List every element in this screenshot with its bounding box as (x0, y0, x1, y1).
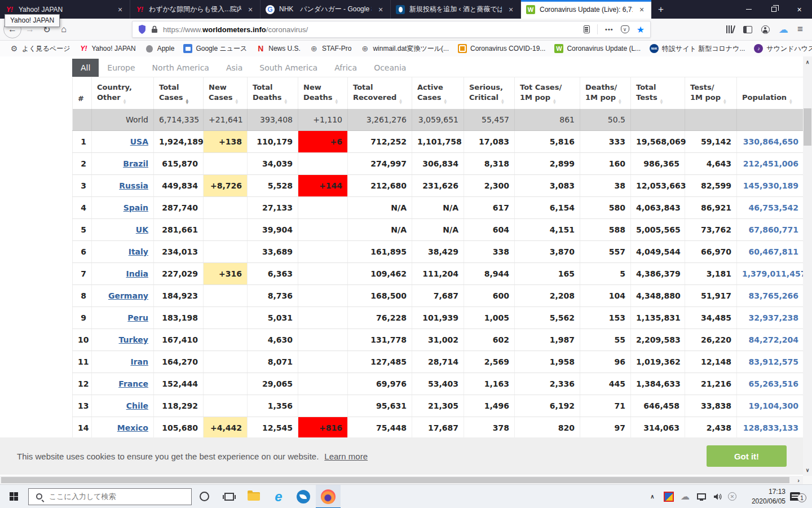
tab-close-icon[interactable]: × (116, 5, 125, 14)
bookmark-item[interactable]: Coronavirus COVID-19... (454, 43, 549, 54)
bookmark-item[interactable]: WCoronavirus Update (L... (550, 43, 645, 54)
sort-icon[interactable]: ▲▼ (399, 98, 402, 104)
minimize-button[interactable] (736, 0, 761, 19)
page-actions-icon[interactable]: ••• (605, 26, 614, 33)
column-header-serious_critical[interactable]: Serious,Critical▲▼ (464, 77, 515, 109)
country-link[interactable]: Mexico (117, 423, 148, 432)
scroll-right-icon[interactable]: › (794, 476, 803, 484)
tray-expand-icon[interactable]: ∧ (646, 490, 659, 503)
scroll-up-icon[interactable]: ∧ (803, 58, 812, 67)
file-explorer-button[interactable] (241, 485, 266, 508)
region-tab-africa[interactable]: Africa (326, 59, 365, 77)
region-tab-asia[interactable]: Asia (218, 59, 251, 77)
region-tab-europe[interactable]: Europe (99, 59, 143, 77)
country-link[interactable]: France (118, 379, 148, 388)
column-header-total_recovered[interactable]: TotalRecovered▲▼ (348, 77, 412, 109)
bookmark-item[interactable]: NNews U.S. (252, 43, 304, 54)
browser-tab[interactable]: GNHK パンダハガー - Google 検索× (261, 0, 391, 19)
column-header-deaths_per_1m[interactable]: Deaths/1M pop▲▼ (580, 77, 631, 109)
new-tab-button[interactable]: + (651, 0, 670, 19)
country-link[interactable]: Germany (108, 291, 148, 300)
column-header-total_tests[interactable]: TotalTests▲▼ (631, 77, 685, 109)
country-link[interactable]: Iran (130, 357, 148, 366)
sort-icon[interactable]: ▲▼ (123, 98, 126, 104)
bookmark-item[interactable]: ♪サウンドハウス - PA音響... (750, 43, 812, 55)
restore-button[interactable] (761, 0, 787, 19)
sort-icon[interactable]: ▲▼ (236, 98, 239, 104)
thunderbird-button[interactable] (291, 485, 316, 508)
region-tab-oceania[interactable]: Oceania (365, 59, 414, 77)
sort-icon[interactable]: ▲▼ (553, 98, 556, 104)
cloud-sync-icon[interactable]: ☁ (779, 24, 788, 36)
sort-icon[interactable]: ▲▼ (501, 98, 504, 104)
horizontal-scrollbar[interactable]: › (0, 476, 803, 484)
country-link[interactable]: Peru (127, 313, 148, 322)
vertical-scrollbar[interactable]: ∧ ∨ (803, 56, 812, 476)
country-link[interactable]: UK (136, 225, 148, 234)
region-tab-all[interactable]: All (72, 59, 99, 77)
column-header-total_deaths[interactable]: TotalDeaths▲▼ (248, 77, 298, 109)
country-link[interactable]: India (126, 269, 148, 278)
firefox-button[interactable] (316, 485, 341, 508)
column-header-new_cases[interactable]: NewCases▲▼ (204, 77, 248, 109)
taskbar-search-box[interactable] (28, 488, 192, 505)
browser-tab[interactable]: WCoronavirus Update (Live): 6,71× (521, 0, 651, 19)
notification-center-button[interactable]: 1 (789, 490, 809, 503)
tab-close-icon[interactable]: × (506, 5, 515, 14)
status-circle-icon[interactable]: ✕ (728, 492, 736, 501)
task-view-button[interactable] (217, 485, 241, 508)
bookmark-item[interactable]: ⚙よく見るページ (6, 43, 74, 55)
bookmark-item[interactable]: ⊕winmail.dat変換ツール(... (356, 43, 453, 55)
country-link[interactable]: Russia (119, 181, 148, 190)
bookmark-item[interactable]: ⊕STAF-Pro (306, 43, 355, 54)
sort-icon[interactable]: ▲▼ (723, 98, 726, 104)
sort-icon[interactable]: ▲▼ (336, 98, 338, 104)
pocket-icon[interactable]: ∨ (621, 25, 629, 33)
country-link[interactable]: Brazil (123, 159, 148, 168)
country-link[interactable]: Spain (123, 203, 148, 212)
column-header-population[interactable]: Population▲▼ (737, 77, 804, 109)
account-icon[interactable] (761, 25, 770, 34)
region-tab-north-america[interactable]: North America (144, 59, 218, 77)
menu-icon[interactable]: ≡ (797, 24, 803, 35)
column-header-cases_per_1m[interactable]: Tot Cases/1M pop▲▼ (515, 77, 580, 109)
internet-explorer-button[interactable]: e (266, 485, 291, 508)
got-it-button[interactable]: Got it! (707, 445, 787, 467)
bookmark-item[interactable]: NHK特設サイト 新型コロナウ... (646, 43, 749, 55)
start-button[interactable] (0, 485, 27, 508)
bookmark-item[interactable]: Y!Yahoo! JAPAN (75, 43, 139, 54)
country-link[interactable]: Chile (126, 401, 148, 410)
horizontal-scrollbar-thumb[interactable] (1, 477, 789, 483)
column-header-new_deaths[interactable]: NewDeaths▲▼ (298, 77, 348, 109)
bookmark-star-icon[interactable]: ★ (637, 24, 645, 35)
scroll-down-icon[interactable]: ∨ (803, 466, 812, 475)
bookmark-item[interactable]: Google ニュース (179, 43, 251, 55)
cortana-button[interactable] (192, 485, 217, 508)
tab-close-icon[interactable]: × (246, 5, 255, 14)
library-icon[interactable] (726, 25, 734, 33)
volume-icon[interactable] (712, 490, 724, 503)
country-link[interactable]: Italy (129, 247, 148, 256)
sort-icon[interactable]: ▲▼ (660, 98, 663, 104)
sort-icon[interactable]: ▲▼ (444, 98, 447, 104)
search-input[interactable] (49, 492, 173, 501)
sort-icon[interactable]: ▲▼ (789, 98, 792, 104)
tab-close-icon[interactable]: × (376, 5, 385, 14)
region-tab-south-america[interactable]: South America (251, 59, 326, 77)
onedrive-icon[interactable]: ☁ (679, 490, 691, 503)
network-icon[interactable] (695, 490, 708, 503)
reader-mode-icon[interactable] (584, 25, 590, 33)
taskbar-clock[interactable]: 17:13 2020/06/05 (740, 487, 785, 505)
sort-icon[interactable]: ▲▼ (186, 98, 189, 104)
ime-tray-icon[interactable] (663, 490, 675, 503)
url-bar[interactable]: https://www.worldometers.info/coronaviru… (132, 21, 651, 38)
country-link[interactable]: Turkey (119, 335, 148, 344)
column-header-active_cases[interactable]: ActiveCases▲▼ (412, 77, 464, 109)
column-header-total_cases[interactable]: TotalCases▲▼ (154, 77, 204, 109)
sort-icon[interactable]: ▲▼ (285, 98, 288, 104)
column-header-country[interactable]: Country,Other▲▼ (92, 77, 154, 109)
browser-tab[interactable]: 新規投稿を追加 ‹ 酒と薔薇ではな× (391, 0, 521, 19)
learn-more-link[interactable]: Learn more (324, 452, 368, 461)
column-header-tests_per_1m[interactable]: Tests/1M pop▲▼ (685, 77, 737, 109)
country-link[interactable]: USA (130, 137, 148, 146)
